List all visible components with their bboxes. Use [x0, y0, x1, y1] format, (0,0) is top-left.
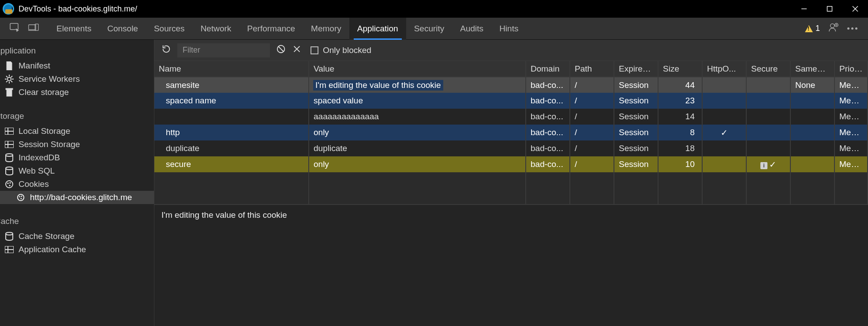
cell-size[interactable]: 14	[658, 109, 702, 125]
sidebar-item-indexeddb[interactable]: IndexedDB	[0, 151, 154, 164]
window-maximize-button[interactable]	[817, 0, 842, 18]
table-row[interactable]: aaaaaaaaaaaaaabad-co.../Session14Medium	[154, 109, 868, 125]
sidebar-item-clear-storage[interactable]: Clear storage	[0, 86, 154, 99]
cell-samesite[interactable]	[790, 93, 834, 109]
tab-application[interactable]: Application	[349, 18, 406, 40]
cell-priority[interactable]: Medium	[834, 93, 868, 109]
warnings-badge[interactable]: 1	[805, 24, 820, 33]
sidebar-item-cookies[interactable]: Cookies	[0, 178, 154, 191]
table-row[interactable]: samesiteI'm editing the value of this co…	[154, 77, 868, 93]
cell-expires[interactable]: Session	[614, 156, 658, 172]
inspect-element-icon[interactable]	[10, 23, 20, 34]
cell-expires[interactable]: Session	[614, 77, 658, 93]
cell-httponly[interactable]	[702, 93, 746, 109]
cell-path[interactable]: /	[570, 140, 614, 156]
table-row[interactable]: spaced namespaced valuebad-co.../Session…	[154, 93, 868, 109]
cell-secure[interactable]	[746, 140, 790, 156]
sidebar-item-application-cache[interactable]: Application Cache	[0, 243, 154, 256]
cell-httponly[interactable]	[702, 140, 746, 156]
sidebar-item-manifest[interactable]: Manifest	[0, 59, 154, 72]
cell-size[interactable]: 23	[658, 93, 702, 109]
tab-elements[interactable]: Elements	[49, 18, 99, 40]
col-httponly[interactable]: HttpO...	[702, 61, 746, 77]
filter-input[interactable]	[177, 43, 270, 57]
col-domain[interactable]: Domain	[526, 61, 570, 77]
tab-audits[interactable]: Audits	[452, 18, 491, 40]
cell-path[interactable]: /	[570, 109, 614, 125]
sidebar-item-session-storage[interactable]: Session Storage	[0, 138, 154, 151]
col-value[interactable]: Value	[309, 61, 526, 77]
col-priority[interactable]: Priority	[834, 61, 868, 77]
tab-sources[interactable]: Sources	[146, 18, 193, 40]
col-expires[interactable]: Expires...	[614, 61, 658, 77]
cell-httponly[interactable]	[702, 77, 746, 93]
col-samesite[interactable]: SameS...	[790, 61, 834, 77]
col-path[interactable]: Path	[570, 61, 614, 77]
more-options-button[interactable]	[847, 27, 857, 30]
cell-domain[interactable]: bad-co...	[526, 109, 570, 125]
sidebar-item-cache-storage[interactable]: Cache Storage	[0, 230, 154, 243]
cookie-value-editbox[interactable]: I'm editing the value of this cookie	[314, 80, 443, 90]
col-name[interactable]: Name	[154, 61, 309, 77]
cell-secure[interactable]	[746, 93, 790, 109]
cell-httponly[interactable]	[702, 109, 746, 125]
cell-secure[interactable]	[746, 109, 790, 125]
cell-domain[interactable]: bad-co...	[526, 140, 570, 156]
sidebar-item-web-sql[interactable]: Web SQL	[0, 164, 154, 178]
cell-name[interactable]: http	[154, 125, 309, 140]
clear-all-button[interactable]	[276, 44, 286, 56]
cell-samesite[interactable]: None	[790, 77, 834, 93]
cell-samesite[interactable]	[790, 156, 834, 172]
cell-expires[interactable]: Session	[614, 125, 658, 140]
only-blocked-toggle[interactable]: Only blocked	[311, 45, 371, 55]
cell-samesite[interactable]	[790, 109, 834, 125]
cell-value[interactable]: I'm editing the value of this cookie	[309, 77, 526, 93]
cell-name[interactable]	[154, 109, 309, 125]
cell-path[interactable]: /	[570, 93, 614, 109]
cell-value[interactable]: aaaaaaaaaaaaaa	[309, 109, 526, 125]
cell-name[interactable]: duplicate	[154, 140, 309, 156]
table-row[interactable]: httponlybad-co.../Session8✓Medium	[154, 125, 868, 140]
cell-size[interactable]: 44	[658, 77, 702, 93]
cell-priority[interactable]: Medium	[834, 77, 868, 93]
cell-value[interactable]: only	[309, 125, 526, 140]
tab-network[interactable]: Network	[193, 18, 239, 40]
feedback-icon[interactable]	[829, 23, 838, 34]
tab-hints[interactable]: Hints	[491, 18, 526, 40]
device-toolbar-icon[interactable]	[28, 23, 39, 34]
tab-memory[interactable]: Memory	[303, 18, 349, 40]
delete-selected-button[interactable]	[292, 44, 302, 56]
cell-domain[interactable]: bad-co...	[526, 77, 570, 93]
cell-httponly[interactable]: ✓	[702, 125, 746, 140]
cell-domain[interactable]: bad-co...	[526, 93, 570, 109]
cell-expires[interactable]: Session	[614, 93, 658, 109]
cell-name[interactable]: spaced name	[154, 93, 309, 109]
refresh-button[interactable]	[161, 44, 171, 56]
cell-priority[interactable]: Medium	[834, 140, 868, 156]
cell-secure[interactable]: i✓	[746, 156, 790, 172]
cell-value[interactable]: only	[309, 156, 526, 172]
cell-name[interactable]: secure	[154, 156, 309, 172]
cell-domain[interactable]: bad-co...	[526, 125, 570, 140]
table-row[interactable]: secureonlybad-co.../Session10i✓Medium	[154, 156, 868, 172]
tab-performance[interactable]: Performance	[239, 18, 303, 40]
cell-samesite[interactable]	[790, 140, 834, 156]
cell-samesite[interactable]	[790, 125, 834, 140]
tab-console[interactable]: Console	[99, 18, 146, 40]
cell-path[interactable]: /	[570, 77, 614, 93]
sidebar-item-service-workers[interactable]: Service Workers	[0, 72, 154, 86]
cell-name[interactable]: samesite	[154, 77, 309, 93]
col-secure[interactable]: Secure	[746, 61, 790, 77]
sidebar-item-cookie-origin[interactable]: http://bad-cookies.glitch.me	[0, 191, 154, 204]
cell-path[interactable]: /	[570, 156, 614, 172]
cell-size[interactable]: 10	[658, 156, 702, 172]
cell-value[interactable]: duplicate	[309, 140, 526, 156]
cell-secure[interactable]	[746, 125, 790, 140]
col-size[interactable]: Size	[658, 61, 702, 77]
window-minimize-button[interactable]	[791, 0, 817, 18]
cell-expires[interactable]: Session	[614, 140, 658, 156]
window-close-button[interactable]	[842, 0, 868, 18]
tab-security[interactable]: Security	[406, 18, 453, 40]
sidebar-item-local-storage[interactable]: Local Storage	[0, 125, 154, 138]
cell-priority[interactable]: Medium	[834, 109, 868, 125]
